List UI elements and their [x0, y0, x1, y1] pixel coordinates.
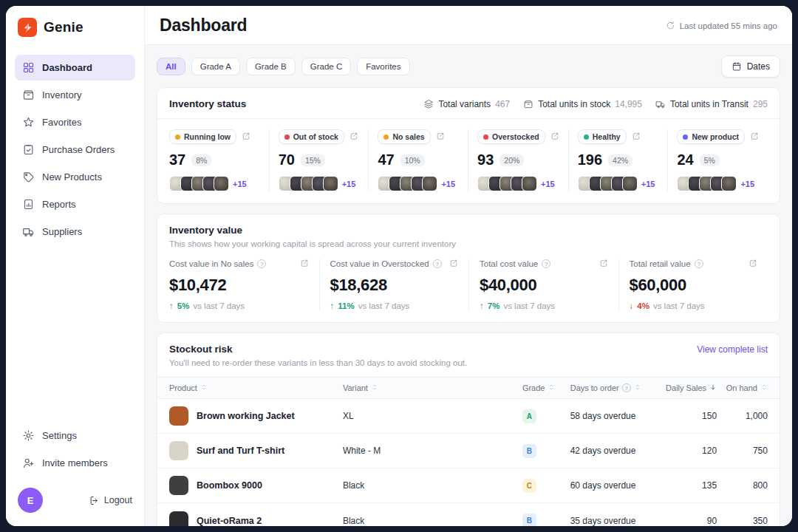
table-header: Product Variant Grade Days to order? Dai…	[157, 377, 780, 399]
sidebar-item-reports[interactable]: Reports	[15, 191, 135, 217]
filter-chip-grade-b[interactable]: Grade B	[246, 58, 296, 75]
sort-icon	[760, 383, 768, 392]
col-grade[interactable]: Grade	[522, 383, 570, 392]
info-icon: ?	[622, 383, 631, 392]
filter-chip-grade-a[interactable]: Grade A	[191, 58, 240, 75]
sidebar: Genie Dashboard Inventory Favorites Purc…	[6, 6, 145, 526]
user-avatar[interactable]: E	[18, 488, 43, 513]
info-icon[interactable]: ?	[433, 259, 442, 268]
delta-percent: 5%	[177, 301, 190, 310]
product-avatar-stack	[677, 176, 737, 191]
product-thumbnail	[169, 441, 188, 460]
external-link-icon[interactable]	[300, 259, 309, 269]
status-percent: 20%	[499, 154, 524, 166]
sidebar-footer-nav: Settings Invite members	[15, 423, 135, 476]
filter-chip-favorites[interactable]: Favorites	[357, 58, 409, 75]
info-icon[interactable]: ?	[257, 259, 266, 268]
divider	[157, 118, 780, 119]
status-dot	[584, 134, 589, 140]
logout-button[interactable]: Logout	[89, 495, 132, 506]
status-card-no-sales: No sales 4710% +15	[368, 129, 468, 191]
status-card-new-product: New product 245% +15	[667, 129, 768, 191]
sidebar-item-settings[interactable]: Settings	[15, 423, 135, 449]
status-count: 93	[477, 151, 494, 168]
more-count[interactable]: +15	[541, 180, 555, 188]
more-count[interactable]: +15	[641, 180, 655, 188]
dashboard-content: All Grade A Grade B Grade C Favorites Da…	[145, 45, 792, 526]
status-dot	[483, 134, 488, 140]
filter-chip-grade-c[interactable]: Grade C	[301, 58, 351, 75]
last-updated: Last updated 55 mins ago	[666, 21, 777, 30]
dates-button[interactable]: Dates	[721, 55, 780, 78]
delta-arrow: ↓	[630, 301, 634, 310]
sidebar-item-new-products[interactable]: New Products	[15, 164, 135, 190]
status-pill: No sales	[378, 129, 430, 144]
total-variants: Total variants 467	[423, 99, 510, 109]
sidebar-item-dashboard[interactable]: Dashboard	[15, 55, 135, 81]
status-percent: 5%	[700, 154, 720, 166]
table-row[interactable]: Brown working Jacket XL A 58 days overdu…	[157, 399, 780, 434]
product-thumbnail	[169, 406, 188, 426]
sidebar-item-inventory[interactable]: Inventory	[15, 82, 135, 108]
delta-arrow: ↑	[169, 301, 174, 310]
logout-icon	[89, 495, 100, 506]
logo: Genie	[15, 18, 135, 41]
col-variant[interactable]: Variant	[343, 383, 522, 392]
archive-icon	[523, 99, 533, 109]
status-percent: 10%	[400, 154, 425, 166]
logout-label: Logout	[104, 495, 132, 505]
value-card-cost-overstocked: Cost value in Overstocked ? $18,628 ↑ 11…	[319, 259, 469, 310]
grid-icon	[22, 61, 35, 74]
truck-icon	[22, 225, 35, 238]
external-link-icon[interactable]	[436, 130, 445, 143]
external-link-icon[interactable]	[599, 259, 608, 269]
table-row[interactable]: Surf and Turf T-shirt White - M B 42 day…	[157, 434, 780, 468]
col-daily-sales[interactable]: Daily Sales	[660, 383, 717, 392]
more-count[interactable]: +15	[342, 180, 356, 188]
product-avatar-stack	[378, 176, 437, 191]
genie-logo-icon	[18, 18, 37, 37]
more-count[interactable]: +15	[441, 180, 455, 188]
status-dot	[175, 134, 180, 140]
stockout-subtitle: You'll need to re-order these variants i…	[169, 358, 768, 367]
sort-desc-icon	[709, 383, 717, 392]
status-card-out-of-stock: Out of stock 7015% +15	[269, 129, 369, 191]
external-link-icon[interactable]	[750, 130, 759, 143]
value-amount: $40,000	[480, 276, 608, 295]
archive-icon	[22, 89, 35, 101]
inventory-status-card: Inventory status Total variants 467 Tota…	[157, 87, 780, 204]
table-row[interactable]: Boombox 9000 Black C 60 days overdue 135…	[157, 468, 780, 503]
info-icon[interactable]: ?	[542, 259, 550, 268]
status-dot	[383, 134, 389, 140]
status-pill: New product	[677, 129, 745, 144]
external-link-icon[interactable]	[550, 130, 559, 143]
col-product[interactable]: Product	[169, 383, 343, 392]
col-days-to-order[interactable]: Days to order?	[570, 383, 661, 392]
sidebar-item-suppliers[interactable]: Suppliers	[15, 219, 135, 245]
external-link-icon[interactable]	[632, 130, 641, 143]
inventory-status-title: Inventory status	[169, 98, 246, 109]
more-count[interactable]: +15	[233, 180, 247, 188]
col-on-hand[interactable]: On hand	[717, 383, 768, 392]
status-count: 37	[169, 151, 185, 168]
main-area: Dashboard Last updated 55 mins ago All G…	[145, 6, 792, 526]
sidebar-item-invite-members[interactable]: Invite members	[15, 450, 135, 476]
external-link-icon[interactable]	[449, 259, 458, 269]
external-link-icon[interactable]	[349, 130, 358, 143]
status-count: 70	[279, 151, 295, 168]
table-row[interactable]: Quiet-oRama 2 Black B 35 days overdue 90…	[157, 503, 780, 526]
delta-percent: 4%	[637, 301, 649, 310]
info-icon[interactable]: ?	[695, 259, 703, 268]
status-percent: 8%	[191, 154, 211, 166]
sidebar-item-purchase-orders[interactable]: Purchase Orders	[15, 137, 135, 163]
view-complete-list-link[interactable]: View complete list	[697, 344, 768, 355]
filter-chip-all[interactable]: All	[157, 58, 185, 75]
product-avatar-stack	[169, 176, 229, 191]
grade-badge: A	[522, 409, 536, 423]
sidebar-item-favorites[interactable]: Favorites	[15, 109, 135, 135]
external-link-icon[interactable]	[242, 130, 250, 143]
status-pill: Healthy	[578, 129, 627, 144]
external-link-icon[interactable]	[748, 259, 757, 269]
status-card-healthy: Healthy 19642% +15	[568, 129, 668, 191]
more-count[interactable]: +15	[740, 180, 754, 188]
